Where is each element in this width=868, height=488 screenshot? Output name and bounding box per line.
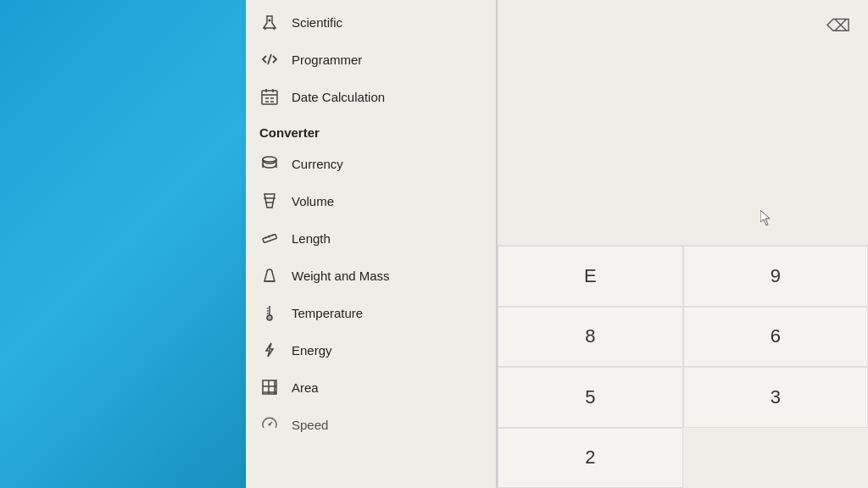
svg-rect-15 [263, 234, 277, 242]
svg-point-0 [269, 19, 271, 22]
sidebar-item-currency-label: Currency [292, 157, 343, 171]
sidebar-item-volume-label: Volume [292, 194, 334, 208]
scientific-icon [259, 12, 280, 32]
btn-8[interactable]: 8 [498, 307, 683, 368]
temperature-icon [259, 302, 280, 323]
calculator-grid: E 9 8 6 5 3 2 [498, 246, 868, 488]
sidebar-item-length-label: Length [292, 231, 331, 246]
energy-icon [259, 340, 280, 360]
currency-icon [259, 153, 280, 174]
area-icon [259, 377, 280, 397]
sidebar-item-area[interactable]: Area [246, 369, 496, 406]
btn-6[interactable]: 6 [683, 307, 869, 368]
btn-5[interactable]: 5 [498, 367, 683, 428]
svg-point-31 [269, 424, 271, 426]
volume-icon [259, 191, 280, 211]
sidebar-item-weight-label: Weight and Mass [292, 269, 390, 283]
length-icon [259, 228, 280, 248]
svg-line-17 [269, 236, 270, 238]
sidebar-item-energy-label: Energy [292, 343, 332, 358]
calculator-display: ⌫ [498, 0, 868, 246]
btn-2[interactable]: 2 [498, 428, 683, 489]
sidebar-item-currency[interactable]: Currency [246, 145, 496, 182]
svg-rect-2 [262, 91, 277, 104]
background-left [0, 0, 246, 488]
mouse-cursor [760, 210, 774, 227]
date-icon [259, 86, 280, 107]
sidebar-item-programmer-label: Programmer [292, 53, 362, 67]
sidebar-item-weight[interactable]: Weight and Mass [246, 257, 496, 294]
btn-3[interactable]: 3 [683, 367, 869, 428]
sidebar-item-volume[interactable]: Volume [246, 182, 496, 219]
converter-section-header: Converter [246, 115, 496, 145]
weight-icon [259, 265, 280, 286]
sidebar-item-energy[interactable]: Energy [246, 331, 496, 369]
svg-line-18 [272, 235, 273, 236]
btn-e[interactable]: E [498, 246, 683, 307]
svg-line-16 [265, 237, 266, 239]
sidebar-item-date-label: Date Calculation [292, 90, 385, 104]
sidebar-item-area-label: Area [292, 380, 319, 395]
sidebar-item-temperature-label: Temperature [292, 306, 363, 320]
calculator-panel: ⌫ E 9 8 6 5 3 2 [498, 0, 868, 488]
sidebar-item-length[interactable]: Length [246, 219, 496, 257]
backspace-button[interactable]: ⌫ [817, 8, 860, 42]
speed-icon [259, 414, 280, 435]
sidebar-item-speed-label: Speed [292, 418, 328, 432]
sidebar-menu: Scientific Programmer Dat [246, 0, 496, 488]
sidebar-item-scientific-label: Scientific [292, 15, 342, 30]
svg-point-21 [267, 315, 272, 320]
svg-point-10 [263, 157, 276, 162]
svg-line-1 [268, 54, 271, 64]
btn-9[interactable]: 9 [683, 246, 869, 307]
sidebar-item-programmer[interactable]: Programmer [246, 41, 496, 78]
sidebar-item-temperature[interactable]: Temperature [246, 294, 496, 331]
sidebar-item-scientific[interactable]: Scientific [246, 3, 496, 41]
sidebar-item-date[interactable]: Date Calculation [246, 78, 496, 115]
sidebar-item-speed[interactable]: Speed [246, 406, 496, 443]
programmer-icon [259, 49, 280, 69]
